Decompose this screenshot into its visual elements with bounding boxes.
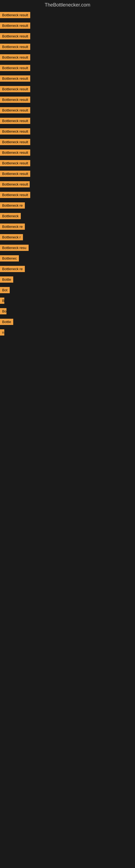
list-item[interactable]: Bottleneck result: [0, 11, 135, 20]
bottleneck-badge[interactable]: Bottleneck result: [0, 139, 30, 145]
bottleneck-badge[interactable]: Bottleneck result: [0, 44, 30, 50]
list-item[interactable]: Bottleneck result: [0, 181, 135, 189]
bottleneck-badge[interactable]: Bottleneck result: [0, 170, 30, 177]
bottleneck-badge[interactable]: Bottleneck result: [0, 107, 30, 113]
list-item[interactable]: Bot: [0, 286, 135, 295]
bottleneck-badge[interactable]: Bottleneck result: [0, 118, 30, 124]
bottleneck-badge[interactable]: Bottleneck result: [0, 54, 30, 61]
bottleneck-badge[interactable]: Bottleneck: [0, 213, 21, 219]
list-item[interactable]: Bottleneck result: [0, 96, 135, 104]
list-item[interactable]: Bottleneck r: [0, 234, 135, 242]
bottleneck-badge[interactable]: Bottleneck result: [0, 192, 30, 198]
bottleneck-badge[interactable]: Bottleneck result: [0, 97, 30, 103]
bottleneck-badge[interactable]: Bottleneck re: [0, 266, 25, 272]
list-item[interactable]: n: [0, 329, 135, 337]
bottleneck-badge[interactable]: Bot: [0, 287, 10, 293]
list-item[interactable]: Bottleneck result: [0, 33, 135, 41]
bottleneck-badge[interactable]: Bottleneck result: [0, 128, 30, 134]
bottleneck-badge[interactable]: Bottle: [0, 276, 13, 283]
list-item[interactable]: Bottleneck re: [0, 223, 135, 231]
list-item[interactable]: Bottleneck resu: [0, 244, 135, 252]
bottleneck-badge[interactable]: Bottleneck re: [0, 223, 25, 230]
bottleneck-badge[interactable]: Bottleneck result: [0, 150, 30, 156]
list-item[interactable]: Bottleneck result: [0, 170, 135, 179]
bottleneck-badge[interactable]: Bottleneck result: [0, 65, 30, 71]
list-item[interactable]: Bottle: [0, 276, 135, 284]
list-item[interactable]: Bottleneck result: [0, 191, 135, 199]
list-item[interactable]: Bottleneck result: [0, 138, 135, 147]
list-item[interactable]: Bo: [0, 308, 135, 316]
list-item[interactable]: Bottleneck result: [0, 22, 135, 30]
list-item[interactable]: Bottleneck result: [0, 43, 135, 52]
list-item[interactable]: Bottleneck result: [0, 128, 135, 136]
list-item[interactable]: Bottleneck result: [0, 75, 135, 83]
list-item[interactable]: Bottleneck re: [0, 265, 135, 274]
list-item[interactable]: Bottle: [0, 318, 135, 327]
bottleneck-badge[interactable]: Bottle: [0, 319, 13, 325]
bottleneck-badge[interactable]: Bottleneck re: [0, 203, 25, 209]
list-item[interactable]: Bottleneck result: [0, 106, 135, 115]
bottleneck-badge[interactable]: Bo: [0, 308, 6, 314]
bottleneck-badge[interactable]: Bottleneck result: [0, 160, 30, 166]
bottleneck-badge[interactable]: Bottleneck result: [0, 86, 30, 92]
bottleneck-badge[interactable]: Bottleneck result: [0, 75, 30, 82]
list-item[interactable]: Bottleneck result: [0, 159, 135, 168]
bottleneck-badge[interactable]: Bottleneck result: [0, 12, 30, 18]
bottleneck-list: Bottleneck resultBottleneck resultBottle…: [0, 10, 135, 337]
bottleneck-badge[interactable]: Bottleneck resu: [0, 245, 29, 251]
list-item[interactable]: Bottleneck result: [0, 64, 135, 73]
bottleneck-badge[interactable]: Bottleneck r: [0, 234, 23, 240]
list-item[interactable]: B: [0, 297, 135, 305]
list-item[interactable]: Bottleneck re: [0, 202, 135, 210]
list-item[interactable]: Bottleneck result: [0, 86, 135, 94]
bottleneck-badge[interactable]: Bottleneck result: [0, 23, 30, 29]
list-item[interactable]: Bottleneck result: [0, 54, 135, 62]
list-item[interactable]: Bottleneck result: [0, 149, 135, 157]
list-item[interactable]: Bottleneck result: [0, 117, 135, 126]
bottleneck-badge[interactable]: B: [0, 298, 4, 304]
bottleneck-badge[interactable]: Bottlenec: [0, 255, 19, 261]
list-item[interactable]: Bottleneck: [0, 212, 135, 221]
list-item[interactable]: Bottlenec: [0, 255, 135, 263]
bottleneck-badge[interactable]: Bottleneck result: [0, 181, 30, 187]
bottleneck-badge[interactable]: Bottleneck result: [0, 33, 30, 39]
site-title: TheBottlenecker.com: [0, 0, 135, 10]
bottleneck-badge[interactable]: n: [0, 329, 4, 336]
